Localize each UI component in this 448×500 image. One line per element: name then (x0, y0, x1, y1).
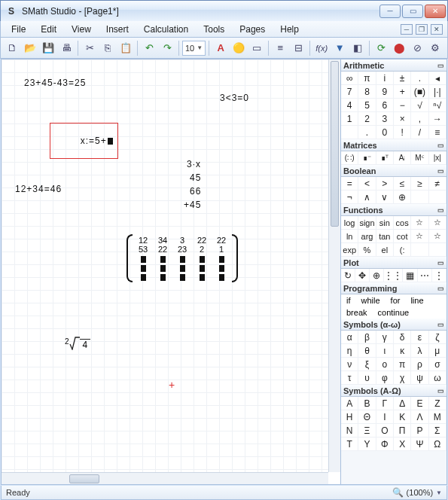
palette-button[interactable]: Ι (376, 410, 394, 424)
stack-3[interactable]: 66 (190, 186, 201, 197)
palette-button[interactable]: ! (394, 126, 411, 139)
palette-button[interactable]: ⁿ√ (429, 99, 446, 112)
palette-button[interactable]: ¬ (341, 191, 358, 204)
programming-keyword[interactable]: line (405, 294, 428, 306)
palette-button[interactable]: arg (358, 230, 376, 243)
palette-button[interactable]: Τ (341, 438, 358, 451)
menu-help[interactable]: Help (274, 23, 305, 36)
palette-button[interactable]: Υ (358, 438, 376, 451)
palette-button[interactable]: 4 (341, 99, 358, 112)
function-icon[interactable]: f(x) (313, 40, 330, 56)
frame-icon[interactable]: ▭ (248, 40, 265, 56)
palette-button[interactable]: δ (394, 331, 411, 344)
menu-edit[interactable]: Edit (35, 23, 62, 36)
palette-button[interactable]: γ (376, 331, 394, 344)
palette-button[interactable]: cos (394, 216, 411, 230)
palette-button[interactable]: π (358, 72, 376, 85)
palette-button[interactable]: Μ (429, 410, 446, 424)
palette-button[interactable]: ↻ (341, 269, 355, 282)
palette-button[interactable]: Ε (411, 397, 428, 410)
palette-button[interactable]: ξ (358, 358, 376, 371)
palette-button[interactable]: μ (429, 344, 446, 358)
font-size-selector[interactable]: 10 ▼ (182, 41, 206, 56)
palette-button[interactable]: Β (358, 397, 376, 410)
palette-button[interactable]: Ω (429, 438, 446, 451)
palette-button[interactable]: υ (358, 371, 376, 385)
expression-active[interactable]: x:=5+ (50, 123, 118, 159)
panel-collapse-icon[interactable]: ▭ (437, 285, 444, 292)
programming-keyword[interactable]: break (341, 306, 373, 319)
palette-button[interactable]: 9 (376, 85, 394, 99)
palette-button[interactable]: ≥ (411, 177, 428, 191)
palette-button[interactable]: ☆ (411, 216, 428, 230)
palette-button[interactable]: Mᶜ (411, 151, 428, 165)
programming-keyword[interactable]: for (386, 294, 406, 306)
palette-button[interactable]: + (394, 85, 411, 99)
palette-button[interactable]: τ (341, 371, 358, 385)
palette-button[interactable]: < (358, 177, 376, 191)
cut-icon[interactable]: ✂ (81, 40, 98, 56)
redo-icon[interactable]: ↷ (159, 40, 175, 56)
stack-4[interactable]: +45 (184, 200, 201, 210)
palette-button[interactable]: Κ (394, 410, 411, 424)
mdi-close-button[interactable]: ✕ (431, 24, 443, 35)
panel-collapse-icon[interactable]: ▭ (437, 62, 444, 69)
palette-button[interactable]: 5 (358, 99, 376, 112)
panel-collapse-icon[interactable]: ▭ (437, 387, 444, 395)
palette-button[interactable]: ∎ᵀ (376, 151, 394, 165)
palette-button[interactable]: el (376, 243, 394, 257)
mdi-minimize-button[interactable]: ─ (401, 24, 413, 35)
palette-button[interactable]: → (429, 112, 446, 126)
zoom-icon[interactable]: 🔍 (392, 487, 404, 498)
palette-button[interactable]: . (358, 126, 376, 139)
palette-button[interactable]: 8 (358, 85, 376, 99)
palette-button[interactable]: cot (394, 230, 411, 243)
mdi-restore-button[interactable]: ❐ (416, 24, 428, 35)
palette-button[interactable]: Ν (341, 424, 358, 438)
undo-icon[interactable]: ↶ (141, 40, 157, 56)
palette-button[interactable]: Ο (376, 424, 394, 438)
menu-view[interactable]: View (66, 23, 97, 36)
palette-button[interactable]: ε (411, 331, 428, 344)
palette-button[interactable]: ∎⁻ (358, 151, 376, 165)
chevron-down-icon[interactable]: ▼ (436, 489, 442, 496)
palette-button[interactable]: √ (411, 99, 428, 112)
menu-insert[interactable]: Insert (100, 23, 135, 36)
matrix-expression[interactable]: 12343222253222321 (126, 234, 238, 282)
menu-calculation[interactable]: Calculation (138, 23, 194, 36)
palette-button[interactable]: (: (394, 243, 411, 257)
interrupt-icon[interactable]: ⊘ (409, 40, 425, 56)
palette-button[interactable]: Φ (376, 438, 394, 451)
palette-button[interactable]: ∞ (341, 72, 358, 85)
palette-button[interactable]: κ (394, 344, 411, 358)
vertical-scrollbar[interactable] (328, 59, 340, 472)
palette-button[interactable]: 1 (341, 112, 358, 126)
palette-button[interactable]: Λ (411, 410, 428, 424)
palette-button[interactable]: ≠ (429, 177, 446, 191)
palette-button[interactable]: (■) (411, 85, 428, 99)
palette-button[interactable]: ± (394, 72, 411, 85)
palette-button[interactable]: , (411, 112, 428, 126)
palette-button[interactable]: ι (376, 344, 394, 358)
palette-button[interactable]: exp (341, 243, 358, 257)
highlight-icon[interactable]: 🟡 (230, 40, 247, 56)
palette-button[interactable]: (∷) (341, 151, 358, 165)
palette-button[interactable]: % (358, 243, 376, 257)
menu-pages[interactable]: Pages (233, 23, 271, 36)
palette-button[interactable]: sign (358, 216, 376, 230)
palette-button[interactable]: Π (394, 424, 411, 438)
palette-button[interactable]: ρ (411, 358, 428, 371)
palette-button[interactable]: ln (341, 230, 358, 243)
maximize-button[interactable]: ▭ (402, 5, 423, 18)
palette-button[interactable]: |·| (429, 85, 446, 99)
palette-button[interactable]: φ (376, 371, 394, 385)
separator-icon[interactable]: ⊟ (290, 40, 306, 56)
palette-button[interactable]: α (341, 331, 358, 344)
expression-4[interactable]: 12+34=46 (15, 184, 62, 194)
palette-button[interactable]: i (376, 72, 394, 85)
stop-icon[interactable]: ⬤ (391, 40, 407, 56)
panel-collapse-icon[interactable]: ▭ (437, 259, 444, 267)
print-icon[interactable]: 🖶 (58, 40, 75, 56)
menu-file[interactable]: File (5, 23, 32, 36)
panel-collapse-icon[interactable]: ▭ (437, 142, 444, 149)
